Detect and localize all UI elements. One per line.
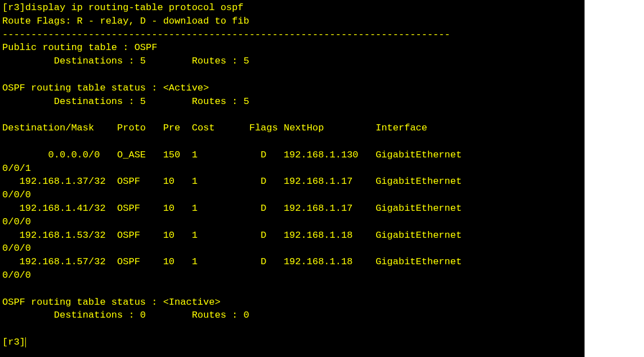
route-row: 192.168.1.41/32 OSPF 10 1 D 192.168.1.17… xyxy=(2,203,462,214)
col-flags: Flags xyxy=(249,123,278,133)
terminal-output[interactable]: [r3]display ip routing-table protocol os… xyxy=(0,0,585,357)
route-wrap: 0/0/0 xyxy=(2,270,31,281)
route-row: 192.168.1.37/32 OSPF 10 1 D 192.168.1.17… xyxy=(2,176,462,187)
end-prompt: [r3] xyxy=(2,337,25,347)
inactive-routes: Routes : 0 xyxy=(192,310,249,320)
col-pre: Pre xyxy=(163,123,181,133)
col-nexthop: NextHop xyxy=(284,123,324,133)
route-row: 192.168.1.53/32 OSPF 10 1 D 192.168.1.18… xyxy=(2,230,462,241)
route-row: 192.168.1.57/32 OSPF 10 1 D 192.168.1.18… xyxy=(2,256,462,267)
route-wrap: 0/0/1 xyxy=(2,163,31,174)
route-flags-header: Route Flags: R - relay, D - download to … xyxy=(2,16,249,26)
col-dest: Destination/Mask xyxy=(2,123,94,133)
col-interface: Interface xyxy=(375,123,427,133)
public-routes: Routes : 5 xyxy=(192,56,249,66)
command-text: display ip routing-table protocol ospf xyxy=(25,2,244,13)
col-cost: Cost xyxy=(192,123,215,133)
route-wrap: 0/0/0 xyxy=(2,216,31,227)
public-table-title: Public routing table : OSPF xyxy=(2,42,157,53)
route-row: 0.0.0.0/0 O_ASE 150 1 D 192.168.1.130 Gi… xyxy=(2,150,462,160)
cursor[interactable] xyxy=(25,337,26,347)
route-wrap: 0/0/0 xyxy=(2,243,31,254)
inactive-status-title: OSPF routing table status : <Inactive> xyxy=(2,297,221,308)
active-status-title: OSPF routing table status : <Active> xyxy=(2,83,209,93)
col-proto: Proto xyxy=(117,123,146,133)
divider: ----------------------------------------… xyxy=(2,29,450,40)
prompt: [r3] xyxy=(2,2,25,13)
active-routes: Routes : 5 xyxy=(192,96,249,107)
route-wrap: 0/0/0 xyxy=(2,189,31,200)
public-destinations: Destinations : 5 xyxy=(2,56,146,66)
active-destinations: Destinations : 5 xyxy=(2,96,146,107)
inactive-destinations: Destinations : 0 xyxy=(2,310,146,320)
